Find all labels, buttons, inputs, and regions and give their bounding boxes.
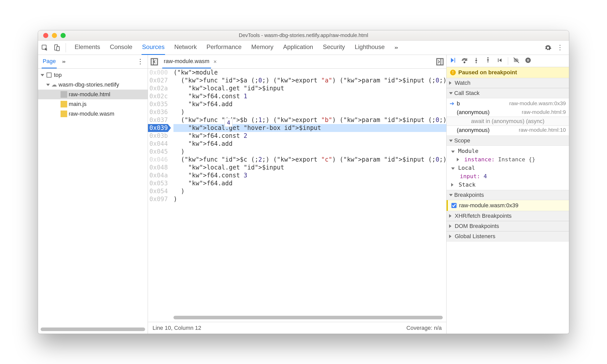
svg-rect-4 bbox=[151, 58, 158, 65]
file-icon bbox=[61, 101, 67, 107]
editor-statusbar: Line 10, Column 12 Coverage: n/a bbox=[148, 322, 446, 334]
pause-message: Paused on breakpoint bbox=[458, 69, 517, 76]
svg-rect-3 bbox=[47, 73, 51, 77]
scope-local-input: input: 4 bbox=[447, 172, 569, 180]
device-toolbar-icon[interactable] bbox=[52, 43, 62, 52]
breakpoint-item[interactable]: raw-module.wasm:0x39 bbox=[447, 200, 569, 211]
frame-icon bbox=[46, 72, 52, 78]
main-toolbar: Elements Console Sources Network Perform… bbox=[38, 41, 569, 55]
tab-memory[interactable]: Memory bbox=[251, 40, 274, 55]
svg-point-6 bbox=[464, 62, 465, 63]
svg-rect-10 bbox=[527, 59, 528, 61]
navigator-tab-page[interactable]: Page bbox=[42, 55, 57, 68]
window-title: DevTools - wasm-dbg-stories.netlify.app/… bbox=[38, 32, 569, 38]
close-tab-icon[interactable]: × bbox=[214, 58, 217, 65]
tree-top-label: top bbox=[54, 72, 62, 78]
titlebar: DevTools - wasm-dbg-stories.netlify.app/… bbox=[38, 30, 569, 41]
horizontal-scrollbar[interactable] bbox=[41, 327, 145, 331]
tree-origin-label: wasm-dbg-stories.netlify bbox=[59, 81, 119, 88]
resume-button[interactable] bbox=[449, 57, 456, 65]
navigator-menu-icon[interactable]: ⋮ bbox=[137, 58, 144, 66]
scope-module[interactable]: Module bbox=[447, 147, 569, 155]
tree-file-label: main.js bbox=[69, 101, 87, 107]
horizontal-scrollbar[interactable] bbox=[173, 316, 443, 319]
dom-breakpoints-header[interactable]: DOM Breakpoints bbox=[447, 221, 569, 231]
svg-rect-11 bbox=[528, 59, 529, 61]
tab-performance[interactable]: Performance bbox=[206, 40, 242, 55]
code-editor[interactable]: 0x0000x0270x02a0x02c0x0350x0360x0370x039… bbox=[148, 69, 446, 322]
pause-banner: ! Paused on breakpoint bbox=[447, 67, 569, 78]
svg-point-9 bbox=[526, 57, 531, 63]
editor-pane: raw-module.wasm × 0x0000x0270x02a0x02c0x… bbox=[148, 55, 446, 334]
global-listeners-header[interactable]: Global Listeners bbox=[447, 231, 569, 241]
cursor-position: Line 10, Column 12 bbox=[153, 325, 201, 331]
breakpoint-checkbox[interactable] bbox=[451, 203, 457, 208]
tab-security[interactable]: Security bbox=[322, 40, 346, 55]
watch-section-header[interactable]: Watch bbox=[447, 78, 569, 88]
breakpoints-section-header[interactable]: Breakpoints bbox=[447, 190, 569, 200]
devtools-window: DevTools - wasm-dbg-stories.netlify.app/… bbox=[38, 30, 569, 334]
tab-network[interactable]: Network bbox=[174, 40, 197, 55]
debugger-pane: ! Paused on breakpoint Watch Call Stack … bbox=[446, 55, 569, 334]
tab-elements[interactable]: Elements bbox=[74, 40, 101, 55]
editor-tab[interactable]: raw-module.wasm bbox=[162, 55, 211, 68]
hover-value-tooltip: 4 bbox=[225, 118, 232, 127]
step-over-button[interactable] bbox=[461, 57, 468, 65]
settings-gear-icon[interactable] bbox=[543, 43, 553, 52]
callstack-body: ➔braw-module.wasm:0x39(anonymous)raw-mod… bbox=[447, 98, 569, 136]
tabs-overflow-icon[interactable]: » bbox=[394, 43, 399, 53]
tab-sources[interactable]: Sources bbox=[142, 40, 165, 55]
breakpoint-label: raw-module.wasm:0x39 bbox=[459, 202, 518, 209]
svg-point-7 bbox=[476, 62, 477, 63]
navigator-tabs-overflow-icon[interactable]: » bbox=[62, 59, 65, 65]
inspect-element-icon[interactable] bbox=[40, 43, 49, 52]
svg-rect-2 bbox=[57, 46, 60, 51]
panel-tabs: Elements Console Sources Network Perform… bbox=[70, 40, 540, 55]
svg-rect-5 bbox=[437, 58, 443, 65]
step-button[interactable] bbox=[496, 57, 503, 65]
debugger-toolbar bbox=[447, 55, 569, 67]
scope-body: Module instance: Instance {} Local input… bbox=[447, 146, 569, 190]
xhr-breakpoints-header[interactable]: XHR/fetch Breakpoints bbox=[447, 211, 569, 221]
file-icon bbox=[61, 91, 67, 98]
warning-icon: ! bbox=[450, 70, 456, 75]
code-content: ("kw">module ("kw">func "id">$a (;0;) ("… bbox=[173, 69, 446, 203]
cloud-icon: ☁ bbox=[51, 81, 57, 88]
tab-lighthouse[interactable]: Lighthouse bbox=[354, 40, 385, 55]
tree-file-js[interactable]: main.js bbox=[38, 99, 148, 109]
tree-file-html[interactable]: raw-module.html bbox=[38, 90, 148, 99]
tree-file-wasm[interactable]: raw-module.wasm bbox=[38, 109, 148, 119]
svg-point-8 bbox=[487, 57, 489, 58]
toggle-navigator-icon[interactable] bbox=[150, 58, 158, 66]
tab-application[interactable]: Application bbox=[283, 40, 313, 55]
coverage-status: Coverage: n/a bbox=[406, 325, 442, 331]
pause-exceptions-button[interactable] bbox=[524, 57, 532, 65]
tree-top[interactable]: top bbox=[38, 70, 148, 80]
scope-stack[interactable]: Stack bbox=[447, 180, 569, 189]
toggle-debugger-icon[interactable] bbox=[436, 58, 444, 66]
chevron-down-icon bbox=[41, 74, 44, 76]
tab-console[interactable]: Console bbox=[109, 40, 133, 55]
gutter[interactable]: 0x0000x0270x02a0x02c0x0350x0360x0370x039… bbox=[148, 69, 170, 322]
scope-instance[interactable]: instance: Instance {} bbox=[447, 155, 569, 164]
tree-file-label: raw-module.wasm bbox=[69, 111, 114, 117]
kebab-menu-icon[interactable]: ⋮ bbox=[557, 44, 564, 52]
chevron-down-icon bbox=[46, 84, 50, 86]
scope-local[interactable]: Local bbox=[447, 164, 569, 172]
file-tree: top ☁ wasm-dbg-stories.netlify raw-modul… bbox=[38, 69, 148, 120]
deactivate-breakpoints-button[interactable] bbox=[513, 57, 520, 65]
scope-section-header[interactable]: Scope bbox=[447, 136, 569, 146]
navigator-pane: Page » ⋮ top ☁ wasm-dbg-stories.netlify bbox=[38, 55, 148, 334]
tree-file-label: raw-module.html bbox=[69, 91, 110, 98]
step-into-button[interactable] bbox=[473, 57, 480, 65]
file-icon bbox=[61, 111, 67, 117]
callstack-section-header[interactable]: Call Stack bbox=[447, 88, 569, 98]
tree-origin[interactable]: ☁ wasm-dbg-stories.netlify bbox=[38, 80, 148, 90]
step-out-button[interactable] bbox=[484, 57, 492, 65]
